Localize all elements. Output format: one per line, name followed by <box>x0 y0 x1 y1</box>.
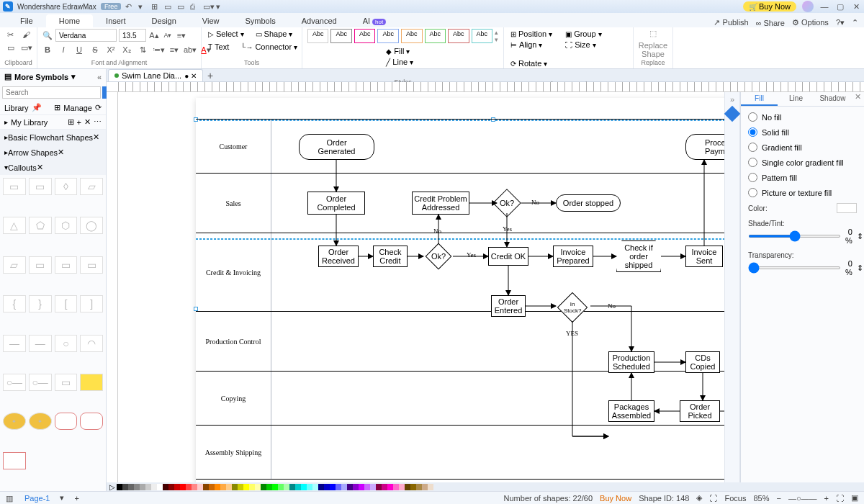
color-swatch[interactable] <box>266 484 272 490</box>
refresh-icon[interactable]: ⟳ <box>95 103 102 112</box>
color-swatch[interactable] <box>324 484 330 490</box>
section-callouts[interactable]: Callouts <box>8 163 37 172</box>
color-swatch[interactable] <box>422 484 428 490</box>
radio-pattern[interactable]: Pattern fill <box>748 173 857 182</box>
font-size-input[interactable] <box>119 29 146 42</box>
nocolor-icon[interactable]: ▷ <box>109 483 115 491</box>
close-icon[interactable]: ✕ <box>851 1 861 12</box>
format-painter-icon[interactable]: 🖌 <box>21 29 32 40</box>
add-page-icon[interactable]: + <box>74 494 78 503</box>
manage-button[interactable]: Manage <box>63 104 92 112</box>
color-swatch[interactable] <box>284 484 289 490</box>
shape-thumb[interactable]: ○— <box>29 374 52 391</box>
color-swatch[interactable] <box>243 484 249 490</box>
line-button[interactable]: ╱ Line▾ <box>384 57 427 67</box>
radio-nofill[interactable]: No fill <box>748 112 857 122</box>
color-swatch[interactable] <box>301 484 307 490</box>
color-swatch[interactable] <box>249 484 255 490</box>
node-process-payment[interactable]: Proces Payme <box>685 134 724 160</box>
shape-thumb[interactable]: ○ <box>55 335 78 352</box>
text-tool[interactable]: T Text <box>206 42 231 52</box>
mylib-more-icon[interactable]: ⋯ <box>94 117 102 127</box>
color-swatch[interactable] <box>370 484 376 490</box>
node-credit-ok[interactable]: Credit OK <box>488 247 528 266</box>
node-order-entered[interactable]: Order Entered <box>491 295 526 317</box>
align-button[interactable]: ⊨ Align▾ <box>508 40 554 50</box>
align-icon[interactable]: ≡▾ <box>176 30 187 41</box>
connector-tool[interactable]: └→ Connector▾ <box>238 42 300 52</box>
shape-thumb[interactable]: ✦ <box>29 413 52 430</box>
shape-thumb[interactable]: ▭ <box>29 256 52 274</box>
cut-icon[interactable]: ✂ <box>5 29 17 40</box>
shape-thumb[interactable]: ▭ <box>55 374 78 391</box>
color-swatch[interactable] <box>359 484 364 490</box>
zoom-slider[interactable]: —○—— <box>788 494 817 503</box>
color-swatch[interactable] <box>295 484 301 490</box>
document-tab[interactable]: Swim Lane Dia... ● ✕ <box>108 69 203 81</box>
shape-thumb[interactable]: ⬠ <box>29 217 52 234</box>
section-flowchart[interactable]: Basic Flowchart Shapes <box>8 133 93 142</box>
radio-gradient[interactable]: Gradient fill <box>748 143 857 152</box>
mylib-label[interactable]: My Library <box>11 118 48 127</box>
underline-icon[interactable]: U <box>73 44 85 55</box>
shape-thumb[interactable]: — <box>29 335 52 352</box>
maximize-icon[interactable]: ▢ <box>835 1 845 12</box>
shade-slider[interactable] <box>748 235 841 238</box>
radio-singlegrad[interactable]: Single color gradient fill <box>748 158 857 167</box>
color-swatch[interactable] <box>405 484 410 490</box>
radio-solid[interactable]: Solid fill <box>748 127 857 137</box>
print-icon[interactable]: ⎙ <box>190 2 199 11</box>
help-icon[interactable]: ?▾ <box>836 18 845 27</box>
undo-icon[interactable]: ↶ <box>125 2 134 11</box>
node-check-shipped[interactable]: Check if order shipped <box>616 240 661 272</box>
color-swatch[interactable] <box>410 484 416 490</box>
color-swatch[interactable] <box>168 484 174 490</box>
strike-icon[interactable]: S <box>89 44 101 55</box>
color-swatch[interactable] <box>197 484 203 490</box>
shape-thumb[interactable]: ▭ <box>55 256 78 274</box>
tab-ai[interactable]: AI hot <box>350 14 400 27</box>
expand-rp-icon[interactable]: » <box>730 95 734 104</box>
color-swatch[interactable] <box>226 484 232 490</box>
color-swatch[interactable] <box>330 484 336 490</box>
size-button[interactable]: ⛶ Size▾ <box>563 40 604 50</box>
shape-thumb[interactable]: ✦ <box>3 413 26 430</box>
pin-icon[interactable]: 📌 <box>32 103 42 112</box>
color-swatch[interactable] <box>312 484 318 490</box>
font-name-input[interactable] <box>55 29 117 42</box>
color-swatch[interactable] <box>203 484 209 490</box>
shape-thumb[interactable]: ▭ <box>3 178 26 195</box>
color-swatch[interactable] <box>186 484 192 490</box>
color-swatch[interactable] <box>140 484 145 490</box>
paste-icon[interactable]: ▭▾ <box>21 42 32 53</box>
tab-view[interactable]: View <box>189 14 233 27</box>
collapse-panel-icon[interactable]: « <box>97 73 102 81</box>
color-swatch[interactable] <box>318 484 324 490</box>
text-direction-icon[interactable]: ⇅ <box>137 44 148 55</box>
color-swatch[interactable] <box>393 484 399 490</box>
collapse-ribbon-icon[interactable]: ⌃ <box>852 18 858 27</box>
section-close-icon[interactable]: ✕ <box>37 163 43 172</box>
color-swatch[interactable] <box>376 484 382 490</box>
position-button[interactable]: ⊞ Position▾ <box>508 29 554 39</box>
highlight-icon[interactable]: ab▾ <box>184 44 196 55</box>
options-button[interactable]: ⚙ Options <box>792 18 829 27</box>
node-order-picked[interactable]: Order Picked <box>680 400 720 422</box>
color-swatch[interactable] <box>416 484 422 490</box>
italic-icon[interactable]: I <box>58 44 69 55</box>
search-input[interactable] <box>2 86 101 99</box>
color-swatch[interactable] <box>399 484 405 490</box>
shape-thumb[interactable]: ○— <box>3 374 26 391</box>
grid-icon[interactable]: ⊞ <box>54 103 60 112</box>
bold-icon[interactable]: B <box>42 44 53 55</box>
color-swatch[interactable] <box>134 484 140 490</box>
shape-thumb[interactable]: { <box>3 295 26 312</box>
shape-thumb[interactable]: ▭ <box>29 178 52 195</box>
color-swatch[interactable] <box>117 484 122 490</box>
replace-shape-button[interactable]: Replace Shape <box>639 41 667 58</box>
stepper-icon[interactable]: ⇕ <box>857 264 863 273</box>
section-arrows[interactable]: Arrow Shapes <box>8 148 58 157</box>
color-swatch[interactable] <box>837 203 857 213</box>
node-order-received[interactable]: Order Received <box>318 246 359 267</box>
mylib-grid-icon[interactable]: ⊞ <box>68 117 74 127</box>
